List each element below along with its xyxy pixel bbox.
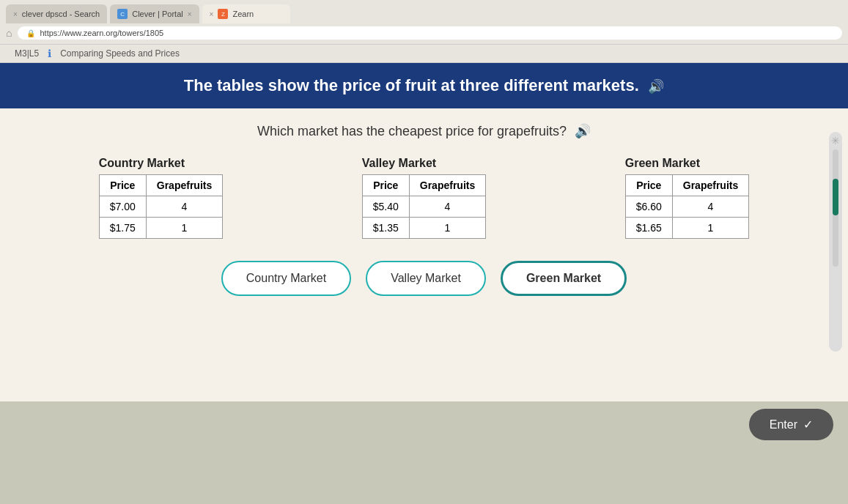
answer-green-market[interactable]: Green Market (501, 261, 627, 296)
valley-market-table: Price Grapefruits $5.40 4 $1.35 1 (362, 174, 487, 239)
banner-speaker-icon[interactable]: 🔊 (648, 78, 664, 94)
green-market-title: Green Market (625, 157, 700, 170)
address-bar[interactable]: 🔒 https://www.zearn.org/towers/1805 (18, 26, 842, 40)
clever-icon: C (117, 9, 128, 19)
table-row: $1.65 1 (625, 218, 749, 239)
country-row1-qty: 4 (146, 196, 222, 218)
answer-country-market[interactable]: Country Market (221, 261, 351, 296)
scrollbar-thumb[interactable] (833, 179, 838, 215)
valley-market-title: Valley Market (362, 157, 436, 170)
tab-label-clever: Clever | Portal (132, 10, 183, 18)
green-row2-price: $1.65 (625, 218, 672, 239)
table-row: $7.00 4 (99, 196, 223, 218)
green-col-price: Price (625, 175, 672, 196)
valley-row1-qty: 4 (409, 196, 485, 218)
lesson-code: M3|L5 (15, 48, 39, 59)
tables-row: Country Market Price Grapefruits $7.00 4… (29, 157, 819, 239)
scrollbar-widget[interactable]: ✳ (829, 132, 842, 352)
table-row: $5.40 4 (362, 196, 486, 218)
tab-zearn[interactable]: × Z Zearn (202, 4, 290, 23)
tab-label-search: clever dpscd - Search (22, 10, 100, 18)
valley-row2-qty: 1 (409, 218, 485, 239)
address-bar-row: ⌂ 🔒 https://www.zearn.org/towers/1805 (6, 23, 842, 44)
scrollbar-track[interactable] (833, 149, 838, 267)
green-row2-qty: 1 (672, 218, 748, 239)
valley-market-container: Valley Market Price Grapefruits $5.40 4 … (362, 157, 487, 239)
country-col-grapefruits: Grapefruits (146, 175, 222, 196)
enter-row: Enter ✓ (0, 401, 848, 448)
country-row2-price: $1.75 (99, 218, 146, 239)
enter-check-icon: ✓ (803, 418, 813, 431)
question-speaker-icon[interactable]: 🔊 (575, 124, 591, 138)
table-row: $6.60 4 (625, 196, 749, 218)
lock-icon: 🔒 (26, 29, 35, 37)
country-row2-qty: 1 (146, 218, 222, 239)
country-market-title: Country Market (99, 157, 185, 170)
table-row: $1.75 1 (99, 218, 223, 239)
country-col-price: Price (99, 175, 146, 196)
browser-chrome: × clever dpscd - Search C Clever | Porta… (0, 0, 848, 45)
green-market-container: Green Market Price Grapefruits $6.60 4 $… (625, 157, 750, 239)
tab-close-search[interactable]: × (13, 10, 18, 18)
blue-banner: The tables show the price of fruit at th… (0, 63, 848, 108)
answer-valley-market[interactable]: Valley Market (366, 261, 486, 296)
lesson-title: Comparing Speeds and Prices (60, 48, 180, 59)
zearn-icon: Z (218, 9, 228, 19)
enter-button[interactable]: Enter ✓ (749, 409, 833, 440)
green-col-grapefruits: Grapefruits (672, 175, 748, 196)
info-icon[interactable]: ℹ (48, 48, 51, 59)
valley-col-grapefruits: Grapefruits (409, 175, 485, 196)
valley-row2-price: $1.35 (362, 218, 409, 239)
tab-search[interactable]: × clever dpscd - Search (6, 4, 107, 23)
tab-label-zearn: Zearn (232, 10, 254, 18)
banner-text: The tables show the price of fruit at th… (184, 76, 639, 94)
table-row: $1.35 1 (362, 218, 486, 239)
answer-buttons: Country Market Valley Market Green Marke… (29, 261, 819, 296)
green-row1-price: $6.60 (625, 196, 672, 218)
address-text: https://www.zearn.org/towers/1805 (40, 29, 163, 37)
country-row1-price: $7.00 (99, 196, 146, 218)
country-market-container: Country Market Price Grapefruits $7.00 4… (99, 157, 224, 239)
enter-label: Enter (770, 418, 797, 431)
main-content: Which market has the cheapest price for … (0, 108, 848, 401)
green-row1-qty: 4 (672, 196, 748, 218)
scrollbar-star-icon: ✳ (831, 135, 840, 147)
tab-bar: × clever dpscd - Search C Clever | Porta… (6, 4, 842, 23)
lesson-bar: M3|L5 ℹ Comparing Speeds and Prices (0, 45, 848, 63)
green-market-table: Price Grapefruits $6.60 4 $1.65 1 (625, 174, 750, 239)
tab-close-zearn[interactable]: × (210, 10, 214, 18)
tab-clever[interactable]: C Clever | Portal × (110, 4, 199, 23)
country-market-table: Price Grapefruits $7.00 4 $1.75 1 (99, 174, 224, 239)
valley-row1-price: $5.40 (362, 196, 409, 218)
question-row: Which market has the cheapest price for … (29, 123, 819, 139)
question-text: Which market has the cheapest price for … (257, 124, 567, 138)
valley-col-price: Price (362, 175, 409, 196)
nav-home[interactable]: ⌂ (6, 27, 12, 39)
tab-close-clever[interactable]: × (188, 10, 192, 18)
